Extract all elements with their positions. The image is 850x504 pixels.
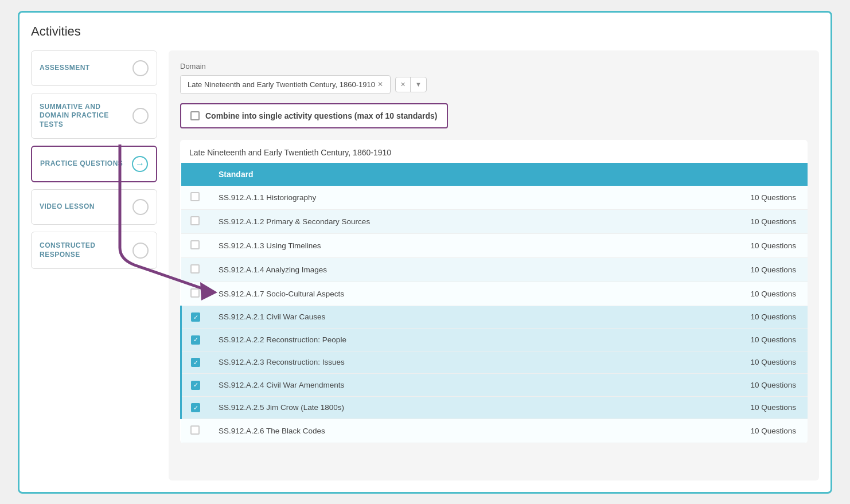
combine-label: Combine into single activity questions (… [205, 111, 438, 120]
checkbox-cell: ✓ [181, 329, 210, 351]
standard-label: SS.912.A.2.4 Civil War Amendments [209, 374, 640, 397]
standard-label: SS.912.A.2.2 Reconstruction: People [209, 329, 640, 351]
questions-count: 10 Questions [640, 329, 808, 351]
sidebar-item-constructed-label: CONSTRUCTEDRESPONSE [40, 241, 96, 259]
std-checkbox-checked[interactable]: ✓ [191, 312, 200, 322]
checkbox-cell [181, 282, 210, 306]
combine-checkbox[interactable] [190, 111, 200, 120]
sidebar-item-practice-circle: → [132, 156, 148, 172]
sidebar-item-assessment-circle [132, 60, 149, 76]
std-checkbox[interactable] [190, 240, 200, 249]
sidebar-item-assessment-label: ASSESSMENT [40, 64, 90, 73]
std-checkbox[interactable] [190, 425, 200, 435]
table-row[interactable]: SS.912.A.2.6 The Black Codes10 Questions [181, 419, 808, 443]
table-row[interactable]: ✓SS.912.A.2.2 Reconstruction: People10 Q… [181, 329, 808, 351]
questions-count: 10 Questions [640, 257, 808, 282]
table-row[interactable]: ✓SS.912.A.2.3 Reconstruction: Issues10 Q… [181, 351, 808, 374]
table-row[interactable]: SS.912.A.1.1 Historiography10 Questions [181, 186, 808, 210]
sidebar-item-practice-label: PRACTICE QUESTIONS [40, 159, 123, 169]
table-row[interactable]: SS.912.A.1.7 Socio-Cultural Aspects10 Qu… [181, 282, 808, 306]
standard-label: SS.912.A.2.3 Reconstruction: Issues [209, 351, 640, 374]
standard-label: SS.912.A.1.4 Analyzing Images [209, 257, 640, 282]
domain-clear-btn[interactable]: ✕ [396, 77, 411, 92]
practice-arrow-icon: → [135, 159, 145, 169]
sidebar: ASSESSMENT SUMMATIVE ANDDOMAIN PRACTICE … [31, 50, 169, 480]
checkbox-cell [181, 257, 210, 282]
questions-count: 10 Questions [640, 374, 808, 397]
domain-select-row: Late Nineteenth and Early Twentieth Cent… [180, 75, 808, 94]
standards-section: Late Nineteenth and Early Twentieth Cent… [180, 140, 808, 444]
questions-count: 10 Questions [640, 419, 808, 443]
sidebar-item-constructed-circle [132, 243, 149, 259]
sidebar-item-video-label: VIDEO LESSON [40, 202, 95, 212]
combine-box[interactable]: Combine into single activity questions (… [180, 103, 448, 128]
std-checkbox[interactable] [190, 216, 200, 225]
std-checkbox-checked[interactable]: ✓ [191, 335, 200, 345]
sidebar-item-practice-questions[interactable]: PRACTICE QUESTIONS → [31, 146, 157, 182]
checkbox-cell [181, 233, 210, 257]
checkbox-cell [181, 186, 210, 210]
checkbox-cell: ✓ [181, 351, 210, 374]
questions-count: 10 Questions [640, 209, 808, 233]
domain-label: Domain [180, 62, 808, 71]
domain-select-controls: ✕ ▼ [395, 77, 427, 92]
content-area: Domain Late Nineteenth and Early Twentie… [169, 50, 819, 480]
domain-tag: Late Nineteenth and Early Twentieth Cent… [188, 80, 383, 89]
domain-tag-text: Late Nineteenth and Early Twentieth Cent… [188, 80, 375, 89]
questions-count: 10 Questions [640, 351, 808, 374]
standard-label: SS.912.A.2.1 Civil War Causes [209, 306, 640, 329]
table-row[interactable]: ✓SS.912.A.2.4 Civil War Amendments10 Que… [181, 374, 808, 397]
questions-count: 10 Questions [640, 306, 808, 329]
standard-label: SS.912.A.1.3 Using Timelines [209, 233, 640, 257]
page-title: Activities [31, 24, 819, 39]
std-checkbox-checked[interactable]: ✓ [191, 358, 200, 367]
standard-label: SS.912.A.2.6 The Black Codes [209, 419, 640, 443]
checkbox-cell [181, 209, 210, 233]
domain-select[interactable]: Late Nineteenth and Early Twentieth Cent… [180, 75, 391, 94]
questions-count: 10 Questions [640, 282, 808, 306]
sidebar-item-summative-circle [132, 108, 149, 124]
domain-tag-x[interactable]: ✕ [377, 80, 383, 88]
std-checkbox[interactable] [190, 192, 200, 201]
questions-count: 10 Questions [640, 396, 808, 419]
standard-label: SS.912.A.2.5 Jim Crow (Late 1800s) [209, 396, 640, 419]
sidebar-item-summative[interactable]: SUMMATIVE ANDDOMAIN PRACTICE TESTS [31, 93, 157, 139]
standards-table: Standard SS.912.A.1.1 Historiography10 Q… [180, 163, 808, 444]
header-standard-col: Standard [209, 163, 640, 186]
standard-label: SS.912.A.1.2 Primary & Secondary Sources [209, 209, 640, 233]
header-questions-col [640, 163, 808, 186]
sidebar-item-video-lesson[interactable]: VIDEO LESSON [31, 189, 157, 225]
header-checkbox-col [181, 163, 210, 186]
main-container: Activities ASSESSMENT SUMMATIVE ANDDOMAI… [18, 11, 832, 494]
checkbox-cell: ✓ [181, 396, 210, 419]
table-row[interactable]: ✓SS.912.A.2.1 Civil War Causes10 Questio… [181, 306, 808, 329]
sidebar-item-video-circle [132, 199, 149, 215]
sidebar-item-constructed-response[interactable]: CONSTRUCTEDRESPONSE [31, 232, 157, 269]
table-row[interactable]: SS.912.A.1.4 Analyzing Images10 Question… [181, 257, 808, 282]
questions-count: 10 Questions [640, 186, 808, 210]
standards-domain-title: Late Nineteenth and Early Twentieth Cent… [180, 140, 808, 163]
std-checkbox[interactable] [190, 288, 200, 298]
table-row[interactable]: SS.912.A.1.2 Primary & Secondary Sources… [181, 209, 808, 233]
sidebar-item-assessment[interactable]: ASSESSMENT [31, 50, 157, 86]
standards-tbody: SS.912.A.1.1 Historiography10 QuestionsS… [181, 186, 808, 443]
checkbox-cell: ✓ [181, 374, 210, 397]
main-layout: ASSESSMENT SUMMATIVE ANDDOMAIN PRACTICE … [31, 50, 819, 480]
table-row[interactable]: ✓SS.912.A.2.5 Jim Crow (Late 1800s)10 Qu… [181, 396, 808, 419]
standards-table-header: Standard [181, 163, 808, 186]
table-row[interactable]: SS.912.A.1.3 Using Timelines10 Questions [181, 233, 808, 257]
questions-count: 10 Questions [640, 233, 808, 257]
std-checkbox[interactable] [190, 264, 200, 274]
standard-label: SS.912.A.1.7 Socio-Cultural Aspects [209, 282, 640, 306]
std-checkbox-checked[interactable]: ✓ [191, 403, 200, 412]
sidebar-item-summative-label: SUMMATIVE ANDDOMAIN PRACTICE TESTS [40, 103, 132, 130]
domain-dropdown-btn[interactable]: ▼ [411, 77, 426, 91]
checkbox-cell: ✓ [181, 306, 210, 329]
standard-label: SS.912.A.1.1 Historiography [209, 186, 640, 210]
std-checkbox-checked[interactable]: ✓ [191, 381, 200, 390]
checkbox-cell [181, 419, 210, 443]
